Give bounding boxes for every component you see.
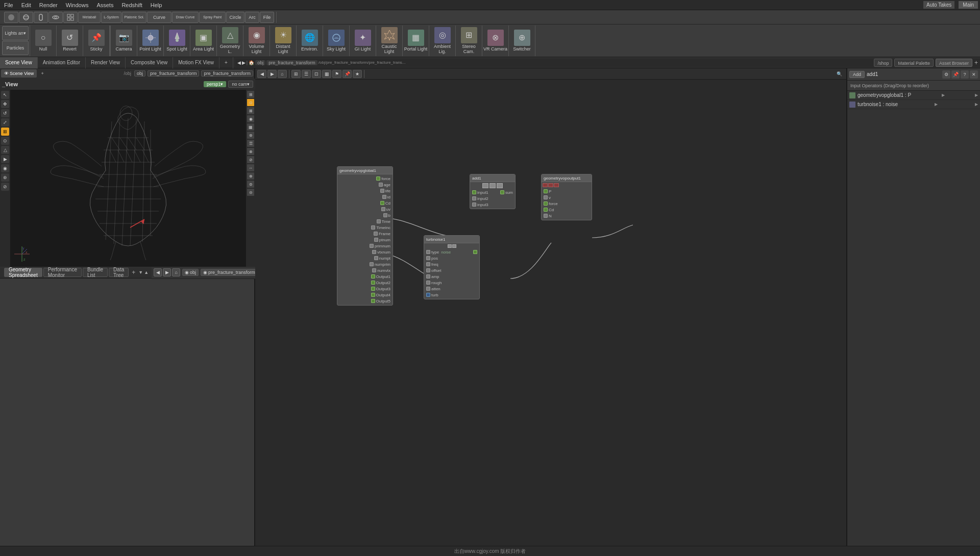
- vp-tab-scene-view[interactable]: 👁 Scene View: [1, 69, 37, 78]
- vp-r-icon-6[interactable]: ⊛: [247, 132, 254, 139]
- 3d-viewport[interactable]: _View persp1▾ no cam▾ ↖ ✥ ↺ ⤢ ⊞ ⊙ △ ▶: [0, 79, 255, 267]
- spr-node-dropdown[interactable]: ◉ pre_fracture_transform: [201, 269, 258, 276]
- stereo-cam-btn[interactable]: ⊞ Stereo Cam.: [456, 26, 482, 56]
- area-light-btn[interactable]: ▣ Area Light: [190, 26, 217, 56]
- ne-forward-btn[interactable]: ▶: [267, 70, 277, 78]
- rotate-tool[interactable]: ↺: [1, 109, 9, 117]
- camera-btn[interactable]: 📷 Camera: [111, 26, 137, 56]
- vp-r-icon-12[interactable]: ⊜: [247, 181, 254, 188]
- ne-flag-btn[interactable]: ⚑: [332, 70, 341, 78]
- volume-light-btn[interactable]: ◉ Volume Light: [243, 26, 270, 56]
- tab-performance-monitor[interactable]: Performance Monitor: [43, 268, 82, 277]
- toolbar-arc-btn[interactable]: Arc: [245, 12, 259, 23]
- tab-animation-editor[interactable]: Animation Editor: [38, 57, 86, 68]
- ne-star-btn[interactable]: ★: [353, 70, 362, 78]
- menu-help[interactable]: Help: [149, 2, 164, 8]
- scale-tool[interactable]: ⤢: [1, 118, 9, 127]
- uvtool[interactable]: ⊘: [1, 183, 9, 191]
- vp-obj-btn[interactable]: obj: [134, 70, 145, 77]
- toolbar-lsystem-btn[interactable]: L-System: [101, 12, 121, 23]
- point-light-btn[interactable]: Point Light: [137, 26, 164, 56]
- toolbar-curve-btn[interactable]: Curve: [147, 12, 172, 23]
- ne-list-btn[interactable]: ☰: [302, 70, 311, 78]
- paint-tool[interactable]: ▶: [1, 155, 9, 163]
- node-turbnoise1[interactable]: turbnoise1 type noise pos: [424, 235, 480, 299]
- tab-geometry-spreadsheet[interactable]: Geometry Spreadsheet: [4, 268, 42, 277]
- menu-assets[interactable]: Assets: [94, 2, 115, 8]
- sculpt-tool[interactable]: ◉: [1, 164, 9, 172]
- toolbar-drawcurve-btn[interactable]: Draw Curve: [172, 12, 199, 23]
- toolbar-metaball-btn[interactable]: Metaball: [78, 12, 101, 23]
- rp-settings-icon[interactable]: ⚙: [942, 70, 950, 79]
- material-palette-tab[interactable]: Material Palette: [894, 59, 934, 67]
- ne-home-btn[interactable]: ⌂: [278, 70, 287, 78]
- menu-windows[interactable]: Windows: [64, 2, 91, 8]
- node-geometryvopoutput1[interactable]: geometryvopoutput1 P v force Cd N: [541, 174, 592, 220]
- ne-pin-btn[interactable]: 📌: [342, 70, 352, 78]
- vr-camera-btn[interactable]: ⊗ VR Camera: [482, 26, 509, 56]
- tab-bundle-list[interactable]: Bundle List: [83, 268, 108, 277]
- particles-btn[interactable]: Particles: [2, 41, 29, 55]
- menu-file[interactable]: File: [2, 2, 15, 8]
- add-bottom-tab[interactable]: +: [130, 269, 137, 276]
- toolbar-spraypaint-btn[interactable]: Spray Paint: [199, 12, 226, 23]
- cam-btn[interactable]: no cam▾: [228, 81, 253, 88]
- rp-add-btn[interactable]: Add: [849, 71, 865, 78]
- vp-r-icon-1[interactable]: ⊞: [247, 91, 254, 98]
- spr-forward-btn[interactable]: ▶: [163, 268, 171, 276]
- switcher-btn[interactable]: ⊕ Switcher: [509, 26, 535, 56]
- lights-an-btn[interactable]: Lights an▾: [2, 26, 29, 40]
- menu-redshift[interactable]: Redshift: [119, 2, 144, 8]
- gi-light-btn[interactable]: ✦ GI Light: [350, 26, 376, 56]
- add-tab-btn[interactable]: +: [974, 59, 978, 66]
- operator-item-turbnoise1[interactable]: turbnoise1 : noise ▶ ▶: [847, 100, 980, 109]
- environment-btn[interactable]: 🌐 Environ.: [297, 26, 323, 56]
- collapse-bottom[interactable]: ▼: [138, 270, 143, 275]
- expand-bottom[interactable]: ▲: [144, 270, 149, 275]
- revert-btn[interactable]: ↺ Revert: [57, 26, 83, 56]
- toolbar-sphere-btn[interactable]: [19, 12, 33, 23]
- operator-item-geometryvopglobal1[interactable]: geometryvopglobal1 : P ▶ ▶: [847, 91, 980, 100]
- toolbar-circle-btn[interactable]: Circle: [226, 12, 244, 23]
- node-add1[interactable]: add1 input1 sum: [470, 174, 516, 209]
- toolbar-grid-btn[interactable]: [63, 12, 78, 23]
- vp-r-icon-3[interactable]: ⊠: [247, 107, 254, 114]
- pose-tool[interactable]: △: [1, 146, 9, 154]
- persp-btn[interactable]: persp1▾: [204, 81, 227, 87]
- portal-light-btn[interactable]: ▦ Portal Light: [403, 26, 429, 56]
- rp-pin-icon[interactable]: 📌: [951, 70, 960, 79]
- ne-grid-btn[interactable]: ⊞: [291, 70, 301, 78]
- tab-motion-fx-view[interactable]: Motion FX View: [173, 57, 219, 68]
- caustic-light-btn[interactable]: Caustic Light: [376, 26, 403, 56]
- sky-light-btn[interactable]: Sky Light: [323, 26, 350, 56]
- vp-add-tab[interactable]: +: [38, 69, 46, 78]
- tab-composite-view[interactable]: Composite View: [126, 57, 173, 68]
- sticky-btn[interactable]: 📌 Sticky: [83, 26, 110, 56]
- select-tool[interactable]: ↖: [1, 91, 9, 99]
- handle-tool[interactable]: ⊙: [1, 137, 9, 145]
- ambient-light-btn[interactable]: ◎ Ambient Lig.: [429, 26, 456, 56]
- node-geometryvopglobal1[interactable]: geometryvopglobal1 force age life id Cd …: [337, 166, 393, 306]
- menu-render[interactable]: Render: [37, 2, 60, 8]
- vp-r-icon-10[interactable]: ↔: [247, 164, 254, 171]
- spr-back-btn[interactable]: ◀: [154, 268, 162, 276]
- null-btn[interactable]: ○ Null: [30, 26, 57, 56]
- rp-close-icon[interactable]: ✕: [970, 70, 978, 79]
- menu-edit[interactable]: Edit: [19, 2, 33, 8]
- soft-tool[interactable]: ⊛: [1, 173, 9, 182]
- toolbar-torus-btn[interactable]: [48, 12, 63, 23]
- node-canvas[interactable]: geometryvopglobal1 force age life id Cd …: [255, 80, 846, 546]
- vp-r-icon-13[interactable]: ⊝: [247, 189, 254, 196]
- vp-r-icon-2[interactable]: ⊙: [247, 99, 254, 106]
- vp-r-icon-4[interactable]: ◉: [247, 115, 254, 122]
- vp-r-icon-5[interactable]: ▦: [247, 123, 254, 131]
- vp-r-icon-7[interactable]: ☰: [247, 140, 254, 147]
- toolbar-file-btn[interactable]: File: [260, 12, 274, 23]
- rp-help-icon[interactable]: ?: [961, 70, 969, 79]
- asset-browser-tab[interactable]: Asset Browser: [936, 59, 972, 67]
- toolbar-tube-btn[interactable]: [34, 12, 48, 23]
- toolbar-platonic-btn[interactable]: Platonic Sol.: [122, 12, 146, 23]
- move-tool[interactable]: ✥: [1, 100, 9, 108]
- vp-node-btn[interactable]: pre_fracture_transform: [148, 70, 200, 77]
- tab-scene-view[interactable]: Scene View: [0, 57, 38, 68]
